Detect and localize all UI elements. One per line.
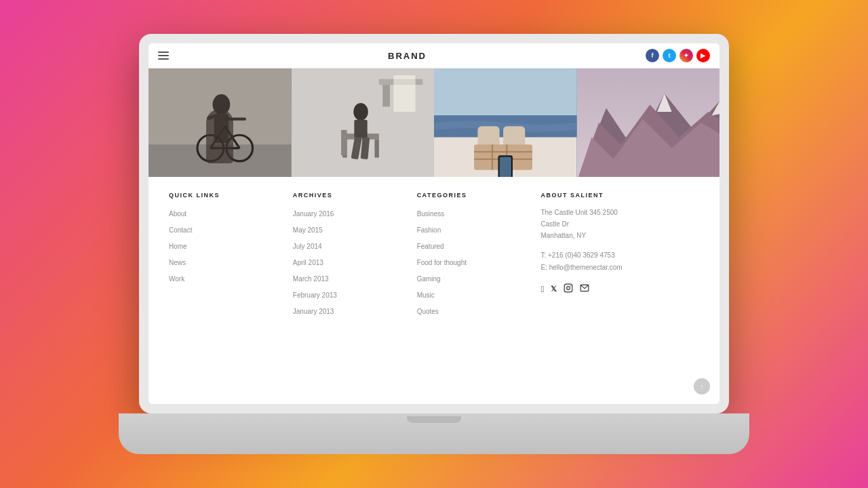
brand-logo: BRAND bbox=[388, 51, 427, 61]
contact-link[interactable]: Contact bbox=[169, 226, 192, 234]
svg-rect-27 bbox=[434, 68, 577, 115]
list-item: March 2013 bbox=[293, 272, 406, 284]
screen-inner: QUICK LINKS About Contact Home News Work… bbox=[149, 177, 719, 404]
jan-2013-link[interactable]: January 2013 bbox=[293, 308, 334, 315]
svg-line-12 bbox=[220, 126, 225, 134]
list-item: July 2014 bbox=[293, 239, 406, 251]
list-item: February 2013 bbox=[293, 288, 406, 300]
archives-heading: ARCHIVES bbox=[293, 192, 406, 199]
twitter-icon[interactable]: t bbox=[663, 49, 676, 62]
business-link[interactable]: Business bbox=[417, 210, 445, 218]
archives-list: January 2016 May 2015 July 2014 April 20… bbox=[293, 207, 406, 317]
music-link[interactable]: Music bbox=[417, 291, 435, 299]
work-link[interactable]: Work bbox=[169, 275, 184, 283]
list-item: Food for thought bbox=[417, 256, 530, 268]
svg-rect-2 bbox=[149, 144, 292, 177]
instagram-icon[interactable]: ✦ bbox=[679, 49, 693, 62]
youtube-icon[interactable]: ▶ bbox=[696, 49, 710, 62]
list-item: April 2013 bbox=[293, 256, 406, 268]
about-col: ABOUT SALIENT The Castle Unit 345 2500 C… bbox=[540, 192, 699, 392]
featured-image-grid bbox=[149, 68, 719, 177]
svg-rect-23 bbox=[354, 120, 367, 138]
svg-rect-6 bbox=[224, 117, 246, 120]
list-item: News bbox=[169, 256, 282, 268]
image-cell-4 bbox=[577, 68, 720, 177]
svg-point-46 bbox=[567, 287, 570, 290]
scroll-top-button[interactable]: ↑ bbox=[694, 378, 710, 394]
svg-point-22 bbox=[353, 103, 368, 121]
laptop-notch bbox=[407, 416, 461, 423]
svg-rect-20 bbox=[374, 140, 378, 158]
gaming-link[interactable]: Gaming bbox=[417, 275, 441, 283]
food-for-thought-link[interactable]: Food for thought bbox=[417, 259, 467, 266]
mar-2013-link[interactable]: March 2013 bbox=[293, 275, 329, 283]
feb-2013-link[interactable]: February 2013 bbox=[293, 291, 337, 299]
footer: QUICK LINKS About Contact Home News Work… bbox=[149, 177, 719, 404]
news-link[interactable]: News bbox=[169, 259, 186, 266]
scroll-top-icon: ↑ bbox=[700, 382, 704, 390]
list-item: May 2015 bbox=[293, 223, 406, 235]
menu-icon[interactable] bbox=[158, 52, 169, 60]
about-instagram-icon[interactable] bbox=[564, 283, 573, 295]
list-item: Gaming bbox=[417, 272, 530, 284]
quick-links-col: QUICK LINKS About Contact Home News Work bbox=[169, 192, 282, 392]
facebook-icon[interactable]: f bbox=[646, 49, 659, 62]
laptop-screen: BRAND f t ✦ ▶ bbox=[149, 43, 719, 404]
svg-rect-38 bbox=[500, 157, 511, 177]
svg-rect-45 bbox=[564, 284, 572, 292]
header-social-icons: f t ✦ ▶ bbox=[646, 49, 710, 62]
about-mail-icon[interactable] bbox=[580, 283, 589, 295]
may-2015-link[interactable]: May 2015 bbox=[293, 226, 323, 234]
svg-point-3 bbox=[213, 94, 231, 115]
archives-col: ARCHIVES January 2016 May 2015 July 2014… bbox=[293, 192, 406, 392]
image-cell-3 bbox=[434, 68, 577, 177]
about-facebook-icon[interactable]:  bbox=[540, 284, 544, 294]
list-item: January 2013 bbox=[293, 304, 406, 317]
categories-heading: CATEGORIES bbox=[417, 192, 530, 199]
about-contact: T: +216 (0)40 3629 4753 E: hello@themene… bbox=[540, 249, 699, 274]
address-line2: Castle Dr bbox=[540, 220, 569, 228]
home-link[interactable]: Home bbox=[169, 243, 187, 250]
list-item: Business bbox=[417, 207, 530, 219]
fashion-link[interactable]: Fashion bbox=[417, 226, 441, 234]
categories-col: CATEGORIES Business Fashion Featured Foo… bbox=[417, 192, 530, 392]
header: BRAND f t ✦ ▶ bbox=[149, 43, 719, 68]
list-item: Featured bbox=[417, 239, 530, 251]
image-cell-1 bbox=[149, 68, 292, 177]
svg-rect-5 bbox=[207, 114, 216, 120]
image-cell-2 bbox=[292, 68, 435, 177]
about-heading: ABOUT SALIENT bbox=[540, 192, 699, 199]
jul-2014-link[interactable]: July 2014 bbox=[293, 243, 322, 250]
list-item: Contact bbox=[169, 223, 282, 235]
quick-links-heading: QUICK LINKS bbox=[169, 192, 282, 199]
svg-rect-16 bbox=[382, 85, 390, 106]
about-address: The Castle Unit 345 2500 Castle Dr Manha… bbox=[540, 207, 699, 241]
svg-rect-4 bbox=[214, 114, 229, 143]
list-item: About bbox=[169, 207, 282, 219]
list-item: January 2016 bbox=[293, 207, 406, 219]
about-social-icons:  𝕏 bbox=[540, 283, 699, 295]
categories-list: Business Fashion Featured Food for thoug… bbox=[417, 207, 530, 317]
quick-links-list: About Contact Home News Work bbox=[169, 207, 282, 284]
list-item: Fashion bbox=[417, 223, 530, 235]
address-line1: The Castle Unit 345 2500 bbox=[540, 209, 617, 216]
apr-2013-link[interactable]: April 2013 bbox=[293, 259, 323, 266]
list-item: Music bbox=[417, 288, 530, 300]
list-item: Quotes bbox=[417, 304, 530, 317]
list-item: Work bbox=[169, 272, 282, 284]
laptop-body: BRAND f t ✦ ▶ bbox=[139, 34, 729, 413]
laptop-wrapper: BRAND f t ✦ ▶ bbox=[139, 34, 729, 454]
list-item: Home bbox=[169, 239, 282, 251]
svg-rect-21 bbox=[341, 130, 347, 156]
svg-point-47 bbox=[570, 285, 571, 286]
email-address: E: hello@themenectar.com bbox=[540, 264, 622, 271]
svg-line-9 bbox=[210, 126, 224, 148]
featured-link[interactable]: Featured bbox=[417, 243, 444, 250]
address-line3: Manhattan, NY bbox=[540, 232, 586, 239]
quotes-link[interactable]: Quotes bbox=[417, 308, 439, 315]
svg-rect-17 bbox=[393, 75, 415, 112]
about-twitter-icon[interactable]: 𝕏 bbox=[551, 285, 557, 293]
phone-number: T: +216 (0)40 3629 4753 bbox=[540, 251, 614, 259]
about-link[interactable]: About bbox=[169, 210, 186, 218]
jan-2016-link[interactable]: January 2016 bbox=[293, 210, 334, 218]
